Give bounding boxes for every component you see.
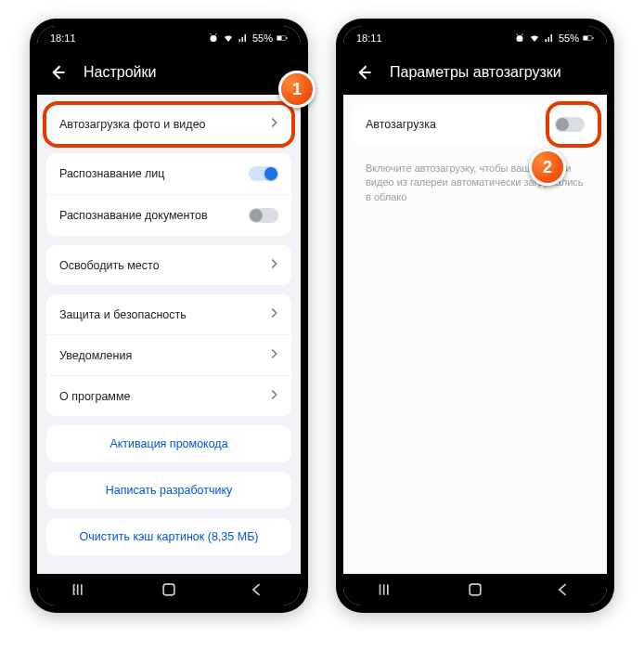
battery-icon (583, 32, 594, 44)
row-label: Защита и безопасность (59, 308, 187, 321)
row-label: О программе (59, 390, 130, 403)
chevron-right-icon (270, 348, 278, 362)
nav-home[interactable] (466, 580, 484, 599)
badge-2: 2 (529, 149, 566, 186)
row-label: Автозагрузка (366, 118, 436, 131)
row-label: Распознавание документов (59, 209, 208, 222)
card-misc: Защита и безопасность Уведомления О прог… (46, 294, 291, 416)
page-title: Настройки (84, 64, 156, 81)
link-promo[interactable]: Активация промокода (46, 425, 291, 462)
back-button[interactable] (48, 63, 67, 82)
card-autoload: Автозагрузка фото и видео (46, 104, 291, 144)
card-recognition: Распознавание лиц Распознавание документ… (46, 153, 291, 236)
svg-rect-7 (584, 36, 588, 40)
row-label: Автозагрузка фото и видео (59, 118, 206, 131)
back-button[interactable] (354, 63, 373, 82)
chevron-right-icon (270, 258, 278, 272)
row-autoload[interactable]: Автозагрузка фото и видео (46, 104, 291, 144)
badge-1: 1 (278, 71, 316, 108)
card-freespace: Освободить место (46, 245, 291, 285)
nav-bar (343, 574, 607, 605)
status-time: 18:11 (356, 32, 382, 44)
svg-rect-9 (470, 584, 481, 595)
link-cache[interactable]: Очистить кэш картинок (8,35 МБ) (46, 518, 291, 555)
card-autoload-toggle: Автозагрузка (353, 104, 598, 145)
signal-icon (544, 32, 555, 44)
alarm-icon (514, 32, 525, 44)
nav-home[interactable] (160, 580, 178, 599)
row-security[interactable]: Защита и безопасность (46, 294, 291, 334)
wifi-icon (223, 32, 234, 44)
svg-rect-3 (287, 37, 288, 39)
phone-right: 18:11 55% Параметры автозагрузки Автозаг… (336, 19, 614, 613)
svg-point-0 (210, 35, 216, 42)
signal-icon (238, 32, 249, 44)
nav-bar (37, 574, 301, 605)
chevron-right-icon (270, 307, 278, 321)
chevron-right-icon (270, 117, 278, 131)
link-dev[interactable]: Написать разработчику (46, 472, 291, 509)
screen-settings: 18:11 55% Настройки Автозагрузка фото и … (37, 26, 301, 605)
status-battery: 55% (252, 32, 273, 44)
nav-back[interactable] (248, 580, 266, 599)
nav-recent[interactable] (71, 580, 90, 599)
page-title: Параметры автозагрузки (390, 64, 561, 81)
app-bar: Параметры автозагрузки (343, 50, 607, 95)
svg-rect-8 (593, 37, 594, 39)
row-freespace[interactable]: Освободить место (46, 245, 291, 285)
wifi-icon (529, 32, 540, 44)
row-notifications[interactable]: Уведомления (46, 334, 291, 375)
toggle-autoload[interactable] (555, 117, 585, 132)
svg-rect-2 (277, 36, 282, 40)
battery-icon (277, 32, 288, 44)
content-area: Автозагрузка фото и видео Распознавание … (37, 95, 301, 574)
alarm-icon (208, 32, 219, 44)
toggle-faces[interactable] (249, 166, 278, 181)
nav-back[interactable] (554, 580, 573, 599)
content-area: Автозагрузка Включите автозагрузку, чтоб… (343, 95, 607, 574)
arrow-left-icon (354, 63, 373, 82)
status-right: 55% (208, 32, 288, 44)
row-autoload-toggle[interactable]: Автозагрузка (353, 104, 598, 145)
row-label: Уведомления (59, 349, 132, 362)
row-label: Распознавание лиц (59, 167, 165, 180)
status-time: 18:11 (50, 32, 76, 44)
status-bar: 18:11 55% (343, 26, 607, 50)
row-docs[interactable]: Распознавание документов (46, 194, 291, 236)
chevron-right-icon (270, 389, 278, 403)
status-bar: 18:11 55% (37, 26, 301, 50)
status-battery: 55% (559, 32, 579, 44)
toggle-docs[interactable] (249, 208, 278, 223)
app-bar: Настройки (37, 50, 301, 95)
arrow-left-icon (48, 63, 67, 82)
row-label: Освободить место (59, 259, 160, 272)
row-faces[interactable]: Распознавание лиц (46, 153, 291, 194)
status-right: 55% (514, 32, 594, 44)
svg-rect-4 (163, 584, 174, 595)
nav-recent[interactable] (378, 580, 396, 599)
screen-autoload-params: 18:11 55% Параметры автозагрузки Автозаг… (343, 26, 607, 605)
phone-left: 18:11 55% Настройки Автозагрузка фото и … (30, 19, 308, 613)
svg-point-5 (516, 35, 522, 42)
row-about[interactable]: О программе (46, 375, 291, 416)
